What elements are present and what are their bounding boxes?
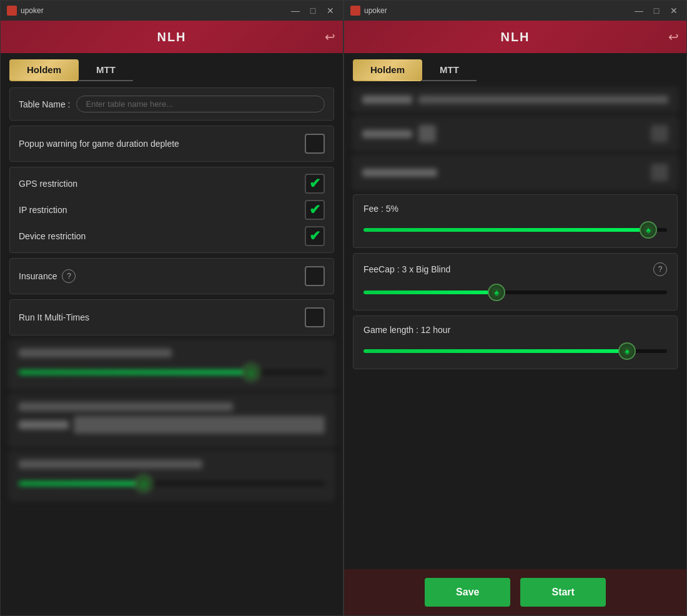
thumb-spade-3: ♠ [141, 479, 146, 489]
right-blurred-row-3 [353, 156, 678, 189]
fee-label: Fee : 5% [363, 204, 398, 214]
thumb-spade-1: ♠ [249, 367, 253, 377]
popup-warning-row: Popup warning for game duration deplete [9, 126, 334, 162]
device-restriction-row: Device restriction ✔ [19, 226, 325, 246]
left-header-title: NLH [157, 30, 186, 44]
feecap-spade-icon: ♠ [495, 287, 499, 297]
game-length-spade-icon: ♠ [625, 346, 630, 356]
feecap-slider-fill [363, 291, 494, 294]
table-name-row: Table Name : [9, 87, 334, 121]
blurred-slider-1: ♠ [9, 340, 334, 389]
right-app-name: upoker [364, 6, 633, 15]
tab-mtt-left[interactable]: MTT [79, 59, 133, 81]
feecap-label-row: FeeCap : 3 x Big Blind ? [363, 262, 667, 276]
window-controls: — □ ✕ [289, 6, 337, 15]
insurance-checkbox[interactable] [305, 266, 325, 286]
right-app-header: NLH ↩ [344, 21, 686, 53]
gps-restriction-row: GPS restriction ✔ [19, 174, 325, 194]
ip-restriction-checkbox[interactable]: ✔ [305, 200, 325, 220]
restriction-group: GPS restriction ✔ IP restriction ✔ Devic… [9, 167, 334, 253]
game-length-label-row: Game length : 12 hour [363, 325, 667, 335]
game-length-slider-track: ♠ [363, 349, 667, 353]
feecap-slider[interactable]: ♠ [363, 284, 667, 301]
fee-spade-icon: ♠ [646, 225, 651, 235]
insurance-label-group: Insurance ? [19, 269, 76, 283]
left-app-header: NLH ↩ [1, 21, 343, 53]
right-maximize-button[interactable]: □ [650, 6, 663, 15]
device-restriction-checkbox[interactable]: ✔ [305, 226, 325, 246]
run-it-label: Run It Multi-Times [19, 312, 89, 322]
tab-mtt-right[interactable]: MTT [422, 59, 477, 81]
left-back-button[interactable]: ↩ [325, 29, 335, 44]
right-header-title: NLH [500, 30, 530, 44]
tab-holdem-right[interactable]: Holdem [353, 59, 422, 81]
popup-warning-label: Popup warning for game duration deplete [19, 139, 179, 149]
feecap-slider-section: FeeCap : 3 x Big Blind ? ♠ [353, 253, 678, 310]
game-length-label: Game length : 12 hour [363, 325, 450, 335]
right-window: upoker — □ ✕ NLH ↩ Holdem MTT [344, 0, 687, 616]
blurred-slider-3: ♠ [9, 452, 334, 500]
maximize-button[interactable]: □ [307, 6, 319, 15]
feecap-slider-track: ♠ [363, 291, 667, 294]
fee-slider-fill [363, 228, 646, 232]
left-tabs-row: Holdem MTT [1, 53, 343, 81]
feecap-help-badge[interactable]: ? [653, 262, 667, 276]
left-titlebar: upoker — □ ✕ [1, 1, 343, 21]
insurance-label-text: Insurance [19, 271, 57, 281]
gps-restriction-label: GPS restriction [19, 179, 77, 189]
minimize-button[interactable]: — [289, 6, 302, 15]
game-length-slider-thumb[interactable]: ♠ [618, 342, 636, 360]
run-it-row: Run It Multi-Times [9, 299, 334, 335]
right-back-button[interactable]: ↩ [668, 29, 679, 44]
right-minimize-button[interactable]: — [633, 6, 645, 15]
insurance-help-badge[interactable]: ? [62, 269, 76, 283]
game-length-slider-section: Game length : 12 hour ♠ [353, 315, 678, 369]
left-window: upoker — □ ✕ NLH ↩ Holdem MTT Table Name… [0, 0, 344, 616]
fee-slider-thumb[interactable]: ♠ [640, 221, 657, 239]
fee-slider[interactable]: ♠ [363, 221, 667, 239]
right-content-area: Fee : 5% ♠ FeeCap : 3 x Big Blind ? [344, 81, 686, 569]
game-length-slider[interactable]: ♠ [363, 342, 667, 360]
close-button[interactable]: ✕ [324, 6, 337, 15]
blurred-slider-2 [9, 394, 334, 447]
feecap-slider-thumb[interactable]: ♠ [488, 284, 505, 301]
check-icon-3: ✔ [309, 228, 320, 244]
table-name-label: Table Name : [19, 99, 70, 109]
ip-restriction-label: IP restriction [19, 205, 67, 215]
feecap-label: FeeCap : 3 x Big Blind [363, 264, 450, 274]
footer-buttons: Save Start [344, 569, 686, 615]
fee-slider-section: Fee : 5% ♠ [353, 194, 678, 248]
save-button[interactable]: Save [425, 578, 510, 607]
right-blurred-row-1 [353, 87, 678, 112]
right-tabs-row: Holdem MTT [344, 53, 686, 81]
device-restriction-label: Device restriction [19, 231, 86, 241]
app-icon [7, 6, 17, 16]
right-app-icon [350, 6, 360, 16]
check-icon: ✔ [309, 176, 320, 192]
left-app-name: upoker [21, 6, 289, 15]
game-length-slider-fill [363, 349, 625, 353]
right-titlebar: upoker — □ ✕ [344, 1, 686, 21]
right-window-controls: — □ ✕ [633, 6, 680, 15]
left-content-area: Table Name : Popup warning for game dura… [1, 81, 343, 615]
fee-label-row: Fee : 5% [363, 204, 667, 214]
tab-holdem-left[interactable]: Holdem [9, 59, 79, 81]
insurance-row: Insurance ? [9, 258, 334, 294]
fee-slider-track: ♠ [363, 228, 667, 232]
start-button[interactable]: Start [520, 578, 605, 607]
table-name-input[interactable] [76, 96, 325, 112]
right-blurred-row-2 [353, 117, 678, 151]
gps-restriction-checkbox[interactable]: ✔ [305, 174, 325, 194]
right-close-button[interactable]: ✕ [668, 6, 680, 15]
check-icon-2: ✔ [309, 202, 320, 218]
popup-warning-checkbox[interactable] [305, 134, 325, 154]
run-it-checkbox[interactable] [305, 307, 325, 327]
ip-restriction-row: IP restriction ✔ [19, 200, 325, 220]
